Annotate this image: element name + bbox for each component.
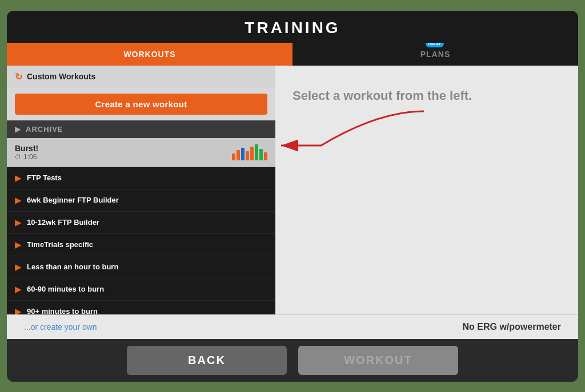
list-item-label: FTP Tests	[27, 173, 62, 182]
back-button[interactable]: BACK	[127, 346, 287, 375]
select-workout-text: Select a workout from the left.	[292, 88, 561, 103]
chart-bar	[237, 150, 240, 160]
chart-bar	[259, 149, 263, 160]
list-item-label: 10-12wk FTP Builder	[27, 218, 99, 227]
list-item[interactable]: ▶Less than an hour to burn	[7, 256, 275, 278]
tab-workouts[interactable]: WORKOUTS	[7, 43, 292, 66]
list-item[interactable]: ▶TimeTrials specific	[7, 234, 275, 256]
burst-info: Burst! 1:06	[15, 144, 38, 161]
list-item-label: TimeTrials specific	[27, 240, 93, 249]
create-btn-row: Create a new workout	[7, 88, 275, 120]
list-item[interactable]: ▶6wk Beginner FTP Builder	[7, 189, 275, 212]
title-bar: TRAINING	[7, 11, 578, 43]
play-icon: ▶	[15, 262, 21, 272]
list-item-label: 60-90 minutes to burn	[27, 285, 104, 293]
list-item[interactable]: ▶90+ minutes to burn	[7, 301, 275, 314]
list-item[interactable]: ▶FTP Tests	[7, 167, 275, 189]
list-item-label: Less than an hour to burn	[27, 262, 118, 271]
clock-icon	[15, 153, 21, 161]
chart-bar	[241, 148, 245, 160]
play-icon: ▶	[15, 196, 21, 205]
create-own-link[interactable]: ...or create your own	[24, 322, 97, 332]
burst-time: 1:06	[15, 153, 38, 161]
main-row: ↻ Custom Workouts Create a new workout ▶…	[7, 66, 578, 314]
custom-workouts-label: Custom Workouts	[27, 72, 95, 81]
list-item[interactable]: ▶60-90 minutes to burn	[7, 278, 275, 301]
bottom-buttons: BACK WORKOUT	[7, 339, 578, 382]
burst-row[interactable]: Burst! 1:06	[7, 138, 275, 167]
list-items-container: ▶FTP Tests▶6wk Beginner FTP Builder▶10-1…	[7, 167, 275, 314]
archive-header: ▶ ARCHIVE	[7, 120, 275, 138]
chart-bar	[246, 151, 249, 160]
play-icon: ▶	[15, 285, 21, 294]
list-item[interactable]: ▶10-12wk FTP Builder	[7, 212, 275, 234]
list-item-label: 6wk Beginner FTP Builder	[27, 196, 119, 204]
archive-label: ARCHIVE	[26, 125, 63, 134]
burst-time-value: 1:06	[23, 153, 37, 161]
chart-bar	[250, 147, 254, 160]
sync-icon: ↻	[15, 71, 22, 82]
chart-bar	[232, 153, 235, 160]
chart-bar	[255, 144, 258, 160]
workout-button[interactable]: WORKOUT	[298, 346, 458, 375]
bottom-row: ...or create your own No ERG w/powermete…	[7, 314, 578, 339]
content-area: WORKOUTS PLANS NEW ↻ Custom Workouts Cre…	[7, 43, 578, 339]
chart-bar	[264, 152, 267, 160]
burst-title: Burst!	[15, 144, 38, 153]
new-badge: NEW	[426, 43, 444, 47]
create-new-workout-button[interactable]: Create a new workout	[15, 94, 267, 115]
burst-chart	[232, 144, 267, 160]
custom-workouts-header: ↻ Custom Workouts	[7, 66, 275, 88]
archive-play-icon: ▶	[15, 125, 21, 134]
tabs-row: WORKOUTS PLANS NEW	[7, 43, 578, 66]
play-icon: ▶	[15, 218, 21, 227]
main-container: TRAINING WORKOUTS PLANS NEW ↻ Custom Wor…	[7, 11, 578, 382]
no-erg-text: No ERG w/powermeter	[463, 322, 561, 332]
play-icon: ▶	[15, 240, 21, 249]
play-icon: ▶	[15, 307, 21, 314]
left-panel: ↻ Custom Workouts Create a new workout ▶…	[7, 66, 275, 314]
right-panel: Select a workout from the left.	[275, 66, 578, 314]
list-item-label: 90+ minutes to burn	[27, 307, 98, 314]
page-title: TRAINING	[7, 19, 578, 37]
arrow-indicator	[264, 100, 435, 168]
play-icon: ▶	[15, 173, 21, 183]
